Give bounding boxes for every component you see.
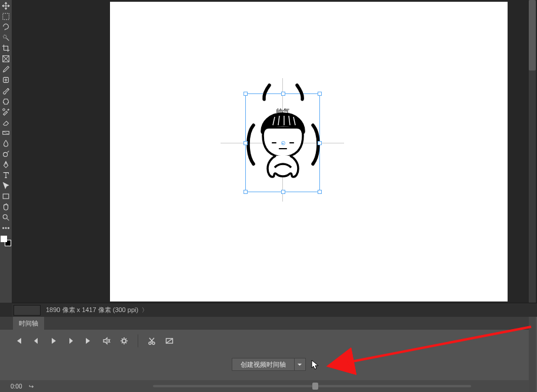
svg-point-9: [3, 227, 4, 228]
svg-point-6: [4, 152, 8, 156]
transform-handle-top-right[interactable]: [318, 92, 322, 96]
brush-tool[interactable]: [1, 86, 11, 95]
create-video-timeline-group: 创建视频时间轴: [232, 358, 306, 371]
play-button[interactable]: [48, 336, 59, 346]
timeline-current-time: 0:00: [11, 383, 22, 390]
svg-point-10: [5, 227, 6, 228]
timeline-footer: 0:00 ↪: [0, 380, 530, 392]
edit-toolbar[interactable]: [1, 223, 11, 232]
lasso-tool[interactable]: [1, 22, 11, 31]
go-to-last-frame-button[interactable]: [84, 336, 94, 346]
split-clip-button[interactable]: [146, 336, 157, 346]
svg-point-13: [149, 342, 151, 344]
timeline-settings-button[interactable]: [119, 336, 129, 346]
svg-point-8: [3, 215, 7, 219]
hand-tool[interactable]: [1, 202, 11, 211]
eyedropper-tool[interactable]: [1, 65, 11, 73]
quick-selection-tool[interactable]: [1, 33, 11, 42]
zoom-tool[interactable]: [1, 213, 11, 222]
separator: [138, 334, 138, 347]
svg-rect-7: [3, 194, 9, 199]
move-tool[interactable]: [1, 1, 11, 10]
dodge-tool[interactable]: [1, 149, 11, 158]
crop-tool[interactable]: [1, 43, 11, 52]
transform-handle-bottom-middle[interactable]: [281, 190, 285, 194]
document-area: 帅气: [12, 0, 537, 303]
canvas[interactable]: 帅气: [110, 2, 508, 301]
svg-point-1: [4, 35, 6, 38]
svg-rect-0: [3, 13, 9, 19]
transform-handle-bottom-left[interactable]: [244, 190, 248, 194]
next-frame-button[interactable]: [66, 336, 76, 346]
previous-frame-button[interactable]: [31, 336, 41, 346]
zoom-level-field[interactable]: [14, 305, 41, 316]
audio-mute-button[interactable]: [101, 336, 112, 346]
placed-image: [237, 79, 329, 200]
transform-handle-middle-left[interactable]: [244, 141, 248, 145]
gradient-tool[interactable]: [1, 128, 11, 137]
healing-brush-tool[interactable]: [1, 75, 11, 84]
pen-tool[interactable]: [1, 160, 11, 169]
eraser-tool[interactable]: [1, 118, 11, 126]
type-tool[interactable]: [1, 170, 11, 179]
timeline-panel: 时间轴 创建视频时间轴 0:00 ↪: [0, 317, 537, 392]
transform-handle-bottom-right[interactable]: [318, 190, 322, 194]
frame-tool[interactable]: [1, 54, 11, 63]
timeline-zoom-knob[interactable]: [312, 383, 318, 390]
go-to-first-frame-button[interactable]: [13, 336, 24, 346]
transform-pivot[interactable]: [281, 141, 285, 145]
rectangle-tool[interactable]: [1, 192, 11, 200]
document-info: 1890 像素 x 1417 像素 (300 ppi): [46, 306, 138, 314]
timeline-render-icon[interactable]: ↪: [29, 383, 34, 390]
svg-point-12: [122, 339, 126, 343]
svg-point-11: [8, 227, 9, 228]
canvas-vertical-scrollbar[interactable]: [529, 0, 536, 303]
svg-point-14: [152, 342, 155, 344]
transform-bounding-box[interactable]: 帅气: [245, 93, 320, 192]
create-video-timeline-dropdown[interactable]: [294, 358, 306, 371]
svg-point-4: [3, 108, 5, 110]
transform-handle-top-left[interactable]: [244, 92, 248, 96]
path-selection-tool[interactable]: [1, 181, 11, 190]
history-brush-tool[interactable]: [1, 107, 11, 116]
transform-handle-middle-right[interactable]: [318, 141, 322, 145]
foreground-background-color[interactable]: [1, 236, 11, 246]
scrollbar-thumb[interactable]: [529, 0, 536, 71]
timeline-vertical-scrollbar[interactable]: [529, 317, 536, 392]
timeline-tab[interactable]: 时间轴: [13, 317, 44, 330]
transition-button[interactable]: [164, 336, 175, 346]
clone-stamp-tool[interactable]: [1, 96, 11, 105]
document-info-caret-icon[interactable]: 〉: [142, 306, 148, 314]
image-caption: 帅气: [276, 107, 290, 117]
toolbar: [0, 0, 12, 303]
create-video-timeline-button[interactable]: 创建视频时间轴: [232, 358, 294, 371]
blur-tool[interactable]: [1, 139, 11, 148]
timeline-transport-controls: [13, 334, 175, 347]
timeline-zoom-slider[interactable]: [153, 385, 471, 387]
foreground-color-swatch[interactable]: [1, 236, 7, 242]
transform-handle-top-middle[interactable]: [281, 92, 285, 96]
status-bar: 1890 像素 x 1417 像素 (300 ppi) 〉: [12, 303, 537, 317]
rectangular-marquee-tool[interactable]: [1, 12, 11, 21]
panel-tab-strip: [0, 317, 530, 330]
